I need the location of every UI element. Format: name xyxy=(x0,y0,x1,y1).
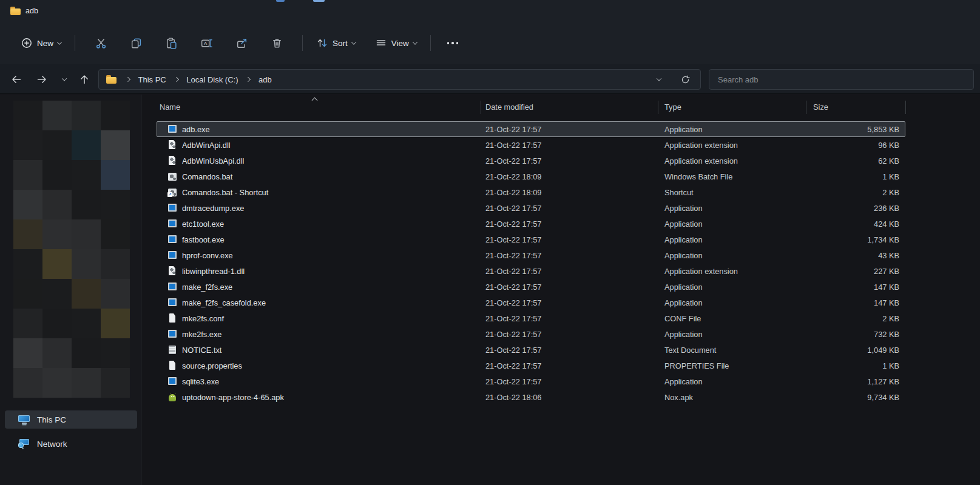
column-header-name-label: Name xyxy=(160,102,180,112)
file-date-modified: 21-Oct-22 17:57 xyxy=(485,283,664,292)
forward-button[interactable] xyxy=(32,69,52,90)
column-header-type[interactable]: Type xyxy=(658,101,806,114)
paste-button[interactable] xyxy=(158,32,184,55)
file-size: 1,127 KB xyxy=(813,377,905,386)
cut-icon xyxy=(95,37,107,50)
file-name: AdbWinUsbApi.dll xyxy=(182,156,244,166)
plus-circle-icon xyxy=(21,37,33,49)
sidebar-item-network[interactable]: Network xyxy=(5,435,137,453)
search-input[interactable] xyxy=(709,69,974,90)
breadcrumb-separator-icon xyxy=(174,77,179,82)
breadcrumb-adb[interactable]: adb xyxy=(254,73,276,86)
file-name: adb.exe xyxy=(182,125,210,134)
new-button[interactable]: New xyxy=(15,32,67,55)
file-date-modified: 21-Oct-22 17:57 xyxy=(485,361,664,370)
file-row[interactable]: fastboot.exe 21-Oct-22 17:57 Application… xyxy=(157,232,905,247)
sidebar-item-this-pc[interactable]: This PC xyxy=(5,410,137,429)
file-row[interactable]: libwinpthread-1.dll 21-Oct-22 17:57 Appl… xyxy=(157,263,905,279)
file-size: 147 KB xyxy=(813,283,905,292)
file-row[interactable]: make_f2fs.exe 21-Oct-22 17:57 Applicatio… xyxy=(157,279,905,295)
file-name: mke2fs.conf xyxy=(182,314,224,323)
file-name: source.properties xyxy=(182,361,242,370)
address-dropdown-button[interactable] xyxy=(652,70,666,89)
file-date-modified: 21-Oct-22 17:57 xyxy=(485,219,664,229)
rename-icon: A xyxy=(200,37,213,50)
file-size: 1 KB xyxy=(813,361,905,370)
breadcrumb-separator-icon xyxy=(126,77,130,82)
file-row[interactable]: NOTICE.txt 21-Oct-22 17:57 Text Document… xyxy=(157,342,905,358)
file-type: Nox.apk xyxy=(664,393,813,402)
address-bar[interactable]: This PC Local Disk (C:) adb xyxy=(98,69,701,90)
view-button[interactable]: View xyxy=(370,32,422,55)
file-row[interactable]: mke2fs.conf 21-Oct-22 17:57 CONF File 2 … xyxy=(157,310,905,326)
file-size: 9,734 KB xyxy=(813,393,905,402)
file-date-modified: 21-Oct-22 17:57 xyxy=(485,125,664,134)
file-row[interactable]: mke2fs.exe 21-Oct-22 17:57 Application 7… xyxy=(157,326,905,342)
file-row[interactable]: Comandos.bat 21-Oct-22 18:09 Windows Bat… xyxy=(157,169,905,184)
file-row[interactable]: source.properties 21-Oct-22 17:57 PROPER… xyxy=(157,358,905,373)
chevron-down-icon xyxy=(57,39,62,44)
rename-button[interactable]: A xyxy=(194,32,219,55)
sidebar: This PC Network xyxy=(0,95,141,485)
file-row[interactable]: sqlite3.exe 21-Oct-22 17:57 Application … xyxy=(157,373,905,389)
arrow-right-icon xyxy=(36,73,48,85)
toolbar-divider xyxy=(430,35,431,51)
file-rows: adb.exe 21-Oct-22 17:57 Application 5,85… xyxy=(157,121,905,405)
up-button[interactable] xyxy=(74,69,95,90)
arrow-up-icon xyxy=(78,73,90,85)
file-type: Text Document xyxy=(664,346,813,355)
column-header-date-modified[interactable]: Date modified xyxy=(481,101,658,114)
sort-button[interactable]: Sort xyxy=(311,32,361,55)
recent-locations-button[interactable] xyxy=(56,69,73,90)
view-icon xyxy=(375,37,387,49)
file-row[interactable]: Comandos.bat - Shortcut 21-Oct-22 18:09 … xyxy=(157,184,905,200)
file-name: hprof-conv.exe xyxy=(182,251,233,260)
breadcrumb-local-disk-c[interactable]: Local Disk (C:) xyxy=(182,73,242,86)
file-row[interactable]: etc1tool.exe 21-Oct-22 17:57 Application… xyxy=(157,216,905,232)
breadcrumb-this-pc[interactable]: This PC xyxy=(134,73,171,86)
file-row[interactable]: AdbWinApi.dll 21-Oct-22 17:57 Applicatio… xyxy=(157,137,905,153)
file-date-modified: 21-Oct-22 17:57 xyxy=(485,298,664,307)
file-name: AdbWinApi.dll xyxy=(182,141,231,150)
arrow-left-icon xyxy=(10,73,22,85)
more-options-button[interactable] xyxy=(440,32,465,55)
file-row[interactable]: make_f2fs_casefold.exe 21-Oct-22 17:57 A… xyxy=(157,295,905,310)
file-row[interactable]: adb.exe 21-Oct-22 17:57 Application 5,85… xyxy=(157,121,905,137)
file-row[interactable]: dmtracedump.exe 21-Oct-22 17:57 Applicat… xyxy=(157,200,905,216)
file-icon xyxy=(167,187,177,197)
file-size: 96 KB xyxy=(813,141,905,150)
chevron-down-icon xyxy=(62,76,67,81)
file-type: Application xyxy=(664,377,813,386)
file-icon xyxy=(167,124,177,134)
file-type: Application xyxy=(664,235,813,244)
file-list-area: Name Date modified Type Size adb.exe 21-… xyxy=(142,95,980,485)
file-name: uptodown-app-store-4-65.apk xyxy=(182,393,284,402)
file-icon xyxy=(167,266,177,276)
sort-ascending-icon xyxy=(312,97,318,103)
file-row[interactable]: hprof-conv.exe 21-Oct-22 17:57 Applicati… xyxy=(157,247,905,263)
toolbar-divider xyxy=(302,35,303,51)
content-area: This PC Network Name Date modified Type … xyxy=(0,95,980,485)
titlebar-artifact xyxy=(313,0,325,2)
back-button[interactable] xyxy=(6,69,27,90)
delete-button[interactable] xyxy=(264,32,289,55)
file-row[interactable]: AdbWinUsbApi.dll 21-Oct-22 17:57 Applica… xyxy=(157,153,905,169)
file-name: Comandos.bat - Shortcut xyxy=(182,188,268,197)
file-size: 1 KB xyxy=(813,172,905,181)
refresh-button[interactable] xyxy=(678,70,692,89)
file-type: Application xyxy=(664,125,813,134)
new-button-label: New xyxy=(37,39,53,48)
window-title: adb xyxy=(25,7,38,15)
file-type: CONF File xyxy=(664,314,813,323)
file-date-modified: 21-Oct-22 17:57 xyxy=(485,141,664,150)
column-header-size[interactable]: Size xyxy=(806,101,906,114)
file-row[interactable]: uptodown-app-store-4-65.apk 21-Oct-22 18… xyxy=(157,389,905,405)
copy-button[interactable] xyxy=(123,32,149,55)
file-name: NOTICE.txt xyxy=(182,346,221,355)
column-header-name[interactable]: Name xyxy=(154,101,481,114)
share-button[interactable] xyxy=(229,32,254,55)
breadcrumb-separator-icon xyxy=(246,77,251,82)
cut-button[interactable] xyxy=(88,32,113,55)
file-icon xyxy=(167,250,177,260)
toolbar-divider xyxy=(75,35,75,51)
